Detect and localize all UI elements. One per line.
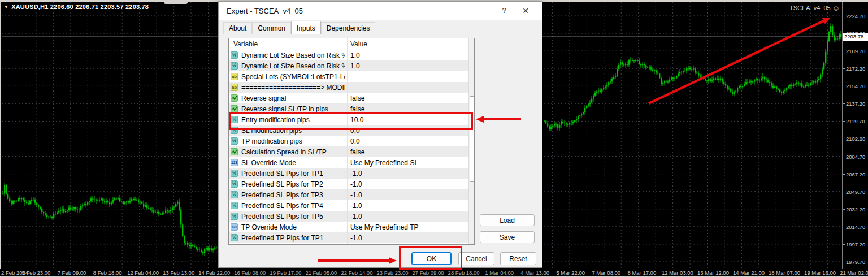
price-tick xyxy=(843,16,845,16)
param-row-5[interactable]: Reverse signal SL/TP in pipsfalse xyxy=(229,103,468,114)
param-value[interactable]: -1.0 xyxy=(350,213,362,220)
table-scrollbar[interactable] xyxy=(468,38,474,244)
param-value[interactable]: -1.0 xyxy=(350,180,362,188)
price-tick xyxy=(843,51,845,51)
close-icon[interactable]: ✕ xyxy=(517,5,534,17)
param-label: Entry modification pips xyxy=(241,116,310,124)
price-tick xyxy=(843,157,845,157)
param-value[interactable]: Use My Predefined TP xyxy=(350,223,419,231)
time-axis-label: 22 Feb 14:00 xyxy=(341,270,372,276)
column-header-value: Value xyxy=(350,40,367,48)
param-row-15[interactable]: ½Predefined SL Pips for TP5-1.0 xyxy=(229,211,468,222)
time-axis[interactable]: 2 Feb 20245 Feb 23:007 Feb 09:008 Feb 18… xyxy=(0,269,868,276)
price-axis[interactable]: 2203.78 2224.702207.202189.702172.202154… xyxy=(843,0,868,269)
time-axis-label: 14 Feb 22:00 xyxy=(198,270,230,276)
boolean-type-icon xyxy=(231,105,238,112)
param-row-8[interactable]: ½TP modification pips0.0 xyxy=(229,136,468,146)
param-value[interactable]: 0.0 xyxy=(350,137,360,145)
param-value[interactable]: -1.0 xyxy=(350,191,362,199)
dialog-titlebar[interactable]: Expert - TSCEA_v4_05 ? ✕ xyxy=(219,2,542,20)
param-row-9[interactable]: Calculation Spread in SL/TPfalse xyxy=(229,146,468,157)
price-axis-label: 2137.20 xyxy=(846,101,865,107)
price-tick xyxy=(843,138,845,139)
param-row-7[interactable]: ½SL modification pips0.0 xyxy=(229,125,468,136)
mt4-window: ▼ XAUUSD,H1 2206.60 2206.71 2203.57 2203… xyxy=(0,0,868,277)
param-value[interactable]: false xyxy=(350,105,364,113)
chevron-down-icon[interactable]: ▼ xyxy=(4,5,8,10)
ea-name-text: TSCEA_v4_05 xyxy=(789,5,831,11)
time-axis-label: 23 Feb 23:00 xyxy=(377,270,409,276)
integer-type-icon: 123 xyxy=(231,223,238,231)
time-axis-label: 19 Mar 16:00 xyxy=(804,270,836,276)
param-value[interactable]: -1.0 xyxy=(350,202,362,210)
scrollbar-thumb[interactable] xyxy=(470,96,475,182)
string-type-icon: ab xyxy=(231,84,238,91)
param-value[interactable]: 0.0 xyxy=(350,127,360,135)
time-axis-label: 28 Feb 18:00 xyxy=(448,270,480,276)
param-row-16[interactable]: 123TP Override ModeUse My Predefined TP xyxy=(229,222,468,232)
symbol-ohlc-text: XAUUSD,H1 2206.60 2206.71 2203.57 2203.7… xyxy=(11,3,149,10)
param-value[interactable]: 10.0 xyxy=(350,116,363,124)
param-label: Predefined SL Pips for TP1 xyxy=(241,170,323,178)
price-axis-label: 1979.70 xyxy=(846,259,865,265)
param-value[interactable]: false xyxy=(350,148,364,156)
param-value[interactable]: -1.0 xyxy=(350,170,362,178)
param-row-2[interactable]: abSpecial Lots (SYMBOL:LotsTP1-LotsT... xyxy=(229,71,468,82)
time-axis-label: 5 Feb 23:00 xyxy=(22,270,51,276)
number-type-icon: ½ xyxy=(231,213,238,220)
time-axis-label: 13 Feb 13:00 xyxy=(163,270,194,276)
ea-chart-label: TSCEA_v4_05 ☺ xyxy=(789,5,840,11)
param-value[interactable]: 1.0 xyxy=(350,62,360,70)
param-label: Predefined TP Pips for TP1 xyxy=(241,234,323,242)
param-row-1[interactable]: ½Dynamic Lot Size Based on Risk % for ..… xyxy=(229,60,468,71)
ok-button[interactable]: OK xyxy=(411,252,452,265)
param-row-0[interactable]: ½Dynamic Lot Size Based on Risk % for ..… xyxy=(229,50,468,60)
param-label: Reverse signal SL/TP in pips xyxy=(241,105,328,113)
tab-dependencies[interactable]: Dependencies xyxy=(321,22,376,34)
time-axis-label: 7 Feb 09:00 xyxy=(58,270,86,276)
save-button[interactable]: Save xyxy=(480,231,535,243)
tab-inputs[interactable]: Inputs xyxy=(291,21,321,34)
load-button[interactable]: Load xyxy=(480,214,535,226)
price-tick xyxy=(843,174,845,175)
param-row-3[interactable]: ab====================> MODIFICA... xyxy=(229,82,468,93)
param-row-12[interactable]: ½Predefined SL Pips for TP2-1.0 xyxy=(229,179,468,189)
price-axis-label: 2189.70 xyxy=(846,48,865,54)
param-row-entry-modification-pips[interactable]: ½Entry modification pips10.0 xyxy=(229,114,468,125)
tab-common[interactable]: Common xyxy=(252,22,291,34)
price-tick xyxy=(843,192,845,192)
param-row-4[interactable]: Reverse signalfalse xyxy=(229,93,468,103)
param-row-13[interactable]: ½Predefined SL Pips for TP3-1.0 xyxy=(229,189,468,200)
price-axis-label: 2119.70 xyxy=(846,118,865,124)
param-label: SL modification pips xyxy=(241,127,302,135)
param-value[interactable]: Use My Predefined SL xyxy=(350,159,418,167)
param-value[interactable]: -1.0 xyxy=(350,234,362,242)
help-button[interactable]: ? xyxy=(496,5,513,17)
time-axis-label: 16 Feb 08:00 xyxy=(234,270,266,276)
number-type-icon: ½ xyxy=(231,62,238,70)
window-left-edge xyxy=(0,0,1,269)
price-axis-label: 2172.20 xyxy=(846,66,865,72)
param-row-14[interactable]: ½Predefined SL Pips for TP4-1.0 xyxy=(229,200,468,211)
time-axis-label: 8 Mar 17:00 xyxy=(627,270,656,276)
param-label: SL Override Mode xyxy=(241,159,296,167)
number-type-icon: ½ xyxy=(231,170,238,177)
smiley-ea-icon: ☺ xyxy=(832,5,840,11)
param-row-11[interactable]: ½Predefined SL Pips for TP1-1.0 xyxy=(229,168,468,179)
param-value[interactable]: 1.0 xyxy=(350,51,360,59)
column-divider[interactable] xyxy=(347,38,348,244)
time-axis-label: 5 Mar 22:00 xyxy=(556,270,585,276)
param-label: Reverse signal xyxy=(241,94,286,102)
price-tick xyxy=(843,262,845,262)
tab-about[interactable]: About xyxy=(223,22,252,34)
param-row-10[interactable]: 123SL Override ModeUse My Predefined SL xyxy=(229,157,468,168)
param-value[interactable]: false xyxy=(350,94,364,102)
dialog-title: Expert - TSCEA_v4_05 xyxy=(227,7,303,15)
param-row-17[interactable]: ½Predefined TP Pips for TP1-1.0 xyxy=(229,232,468,243)
number-type-icon: ½ xyxy=(231,137,238,145)
param-label: Predefined SL Pips for TP4 xyxy=(241,202,323,210)
cancel-button[interactable]: Cancel xyxy=(458,252,494,265)
price-axis-label: 2014.70 xyxy=(846,224,865,230)
time-axis-label: 27 Feb 09:00 xyxy=(413,270,444,276)
reset-button[interactable]: Reset xyxy=(500,252,536,265)
